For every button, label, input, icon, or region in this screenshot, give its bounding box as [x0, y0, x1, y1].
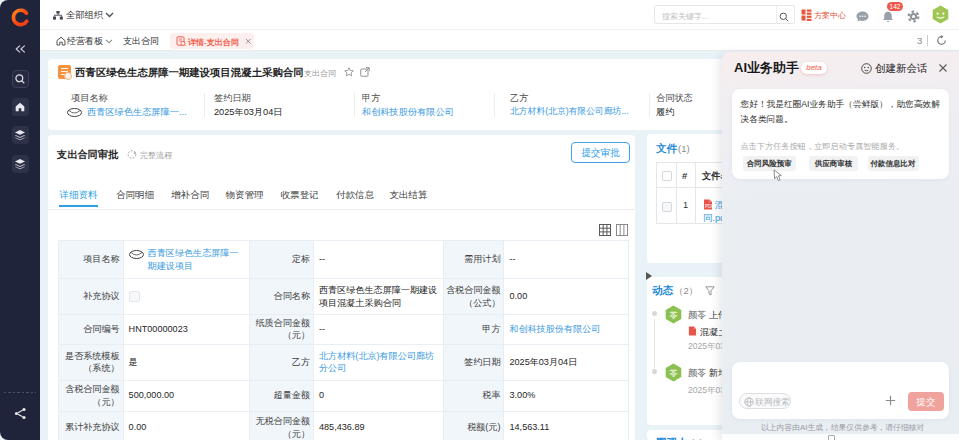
- svg-text:苓: 苓: [669, 368, 678, 378]
- svg-text:苓: 苓: [669, 310, 678, 320]
- svg-text:PDF: PDF: [705, 204, 713, 209]
